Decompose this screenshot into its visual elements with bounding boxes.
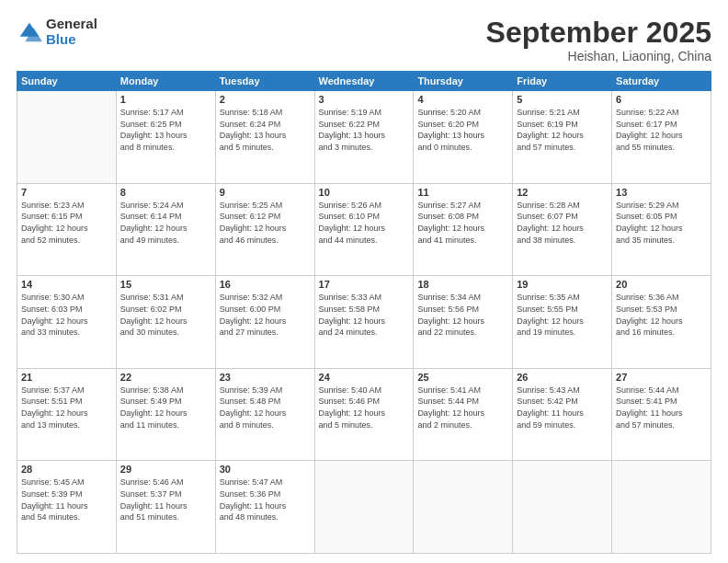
calendar-cell: 24Sunrise: 5:40 AMSunset: 5:46 PMDayligh…: [314, 368, 414, 461]
header: General Blue September 2025 Heishan, Lia…: [17, 17, 711, 63]
cell-date-number: 25: [417, 372, 508, 383]
cell-info-text: Sunrise: 5:17 AMSunset: 6:25 PMDaylight:…: [120, 107, 211, 153]
calendar-week-row: 28Sunrise: 5:45 AMSunset: 5:39 PMDayligh…: [17, 461, 711, 554]
calendar-cell: 7Sunrise: 5:23 AMSunset: 6:15 PMDaylight…: [17, 183, 117, 276]
calendar-cell: 22Sunrise: 5:38 AMSunset: 5:49 PMDayligh…: [116, 368, 215, 461]
calendar-day-header: Thursday: [414, 72, 513, 91]
calendar-cell: 5Sunrise: 5:21 AMSunset: 6:19 PMDaylight…: [513, 91, 612, 184]
cell-date-number: 27: [616, 372, 707, 383]
cell-date-number: 3: [319, 94, 410, 105]
cell-date-number: 29: [120, 464, 211, 475]
cell-info-text: Sunrise: 5:19 AMSunset: 6:22 PMDaylight:…: [319, 107, 410, 153]
cell-info-text: Sunrise: 5:44 AMSunset: 5:41 PMDaylight:…: [616, 385, 707, 431]
cell-info-text: Sunrise: 5:40 AMSunset: 5:46 PMDaylight:…: [319, 385, 410, 431]
cell-date-number: 30: [220, 464, 311, 475]
calendar-cell: 30Sunrise: 5:47 AMSunset: 5:36 PMDayligh…: [215, 461, 314, 554]
calendar-cell: 23Sunrise: 5:39 AMSunset: 5:48 PMDayligh…: [215, 368, 314, 461]
calendar-cell: [612, 461, 711, 554]
cell-date-number: 2: [220, 94, 311, 105]
cell-info-text: Sunrise: 5:25 AMSunset: 6:12 PMDaylight:…: [220, 200, 311, 246]
calendar-day-header: Tuesday: [215, 72, 314, 91]
cell-date-number: 4: [417, 94, 508, 105]
cell-info-text: Sunrise: 5:39 AMSunset: 5:48 PMDaylight:…: [220, 385, 311, 431]
calendar-day-header: Wednesday: [314, 72, 414, 91]
cell-info-text: Sunrise: 5:36 AMSunset: 5:53 PMDaylight:…: [616, 292, 707, 338]
cell-info-text: Sunrise: 5:21 AMSunset: 6:19 PMDaylight:…: [517, 107, 608, 153]
cell-info-text: Sunrise: 5:28 AMSunset: 6:07 PMDaylight:…: [517, 200, 608, 246]
cell-info-text: Sunrise: 5:32 AMSunset: 6:00 PMDaylight:…: [220, 292, 311, 338]
cell-date-number: 1: [120, 94, 211, 105]
cell-info-text: Sunrise: 5:35 AMSunset: 5:55 PMDaylight:…: [517, 292, 608, 338]
calendar-day-header: Monday: [116, 72, 215, 91]
calendar-cell: 25Sunrise: 5:41 AMSunset: 5:44 PMDayligh…: [414, 368, 513, 461]
calendar-cell: 26Sunrise: 5:43 AMSunset: 5:42 PMDayligh…: [513, 368, 612, 461]
cell-date-number: 9: [220, 187, 311, 198]
cell-date-number: 26: [517, 372, 608, 383]
cell-info-text: Sunrise: 5:30 AMSunset: 6:03 PMDaylight:…: [21, 292, 112, 338]
cell-info-text: Sunrise: 5:45 AMSunset: 5:39 PMDaylight:…: [21, 477, 112, 523]
cell-date-number: 10: [319, 187, 410, 198]
logo-icon: [17, 19, 42, 45]
cell-date-number: 28: [21, 464, 112, 475]
cell-date-number: 18: [417, 279, 508, 290]
calendar-cell: 2Sunrise: 5:18 AMSunset: 6:24 PMDaylight…: [215, 91, 314, 184]
calendar-cell: [513, 461, 612, 554]
cell-date-number: 13: [616, 187, 707, 198]
cell-date-number: 15: [120, 279, 211, 290]
calendar-cell: 14Sunrise: 5:30 AMSunset: 6:03 PMDayligh…: [17, 276, 117, 369]
cell-date-number: 21: [21, 372, 112, 383]
month-title: September 2025: [486, 17, 711, 49]
cell-info-text: Sunrise: 5:43 AMSunset: 5:42 PMDaylight:…: [517, 385, 608, 431]
cell-info-text: Sunrise: 5:23 AMSunset: 6:15 PMDaylight:…: [21, 200, 112, 246]
logo-text: General Blue: [46, 17, 97, 47]
cell-info-text: Sunrise: 5:31 AMSunset: 6:02 PMDaylight:…: [120, 292, 211, 338]
calendar-cell: 3Sunrise: 5:19 AMSunset: 6:22 PMDaylight…: [314, 91, 414, 184]
cell-date-number: 12: [517, 187, 608, 198]
calendar-header-row: SundayMondayTuesdayWednesdayThursdayFrid…: [17, 72, 711, 91]
logo: General Blue: [17, 17, 97, 47]
cell-date-number: 24: [319, 372, 410, 383]
calendar-cell: 9Sunrise: 5:25 AMSunset: 6:12 PMDaylight…: [215, 183, 314, 276]
cell-info-text: Sunrise: 5:38 AMSunset: 5:49 PMDaylight:…: [120, 385, 211, 431]
calendar-cell: 8Sunrise: 5:24 AMSunset: 6:14 PMDaylight…: [116, 183, 215, 276]
cell-info-text: Sunrise: 5:34 AMSunset: 5:56 PMDaylight:…: [417, 292, 508, 338]
calendar-cell: 28Sunrise: 5:45 AMSunset: 5:39 PMDayligh…: [17, 461, 117, 554]
cell-date-number: 16: [220, 279, 311, 290]
cell-date-number: 5: [517, 94, 608, 105]
cell-date-number: 14: [21, 279, 112, 290]
calendar-cell: 10Sunrise: 5:26 AMSunset: 6:10 PMDayligh…: [314, 183, 414, 276]
cell-date-number: 17: [319, 279, 410, 290]
calendar-week-row: 7Sunrise: 5:23 AMSunset: 6:15 PMDaylight…: [17, 183, 711, 276]
calendar-cell: [17, 91, 117, 184]
cell-info-text: Sunrise: 5:20 AMSunset: 6:20 PMDaylight:…: [417, 107, 508, 153]
cell-date-number: 22: [120, 372, 211, 383]
calendar-day-header: Sunday: [17, 72, 117, 91]
page: General Blue September 2025 Heishan, Lia…: [0, 0, 728, 563]
calendar-cell: 4Sunrise: 5:20 AMSunset: 6:20 PMDaylight…: [414, 91, 513, 184]
logo-blue: Blue: [46, 32, 97, 48]
cell-info-text: Sunrise: 5:46 AMSunset: 5:37 PMDaylight:…: [120, 477, 211, 523]
calendar-cell: [314, 461, 414, 554]
calendar-cell: 18Sunrise: 5:34 AMSunset: 5:56 PMDayligh…: [414, 276, 513, 369]
cell-date-number: 20: [616, 279, 707, 290]
calendar-week-row: 21Sunrise: 5:37 AMSunset: 5:51 PMDayligh…: [17, 368, 711, 461]
cell-info-text: Sunrise: 5:47 AMSunset: 5:36 PMDaylight:…: [220, 477, 311, 523]
cell-info-text: Sunrise: 5:37 AMSunset: 5:51 PMDaylight:…: [21, 385, 112, 431]
cell-date-number: 23: [220, 372, 311, 383]
calendar-table: SundayMondayTuesdayWednesdayThursdayFrid…: [17, 71, 711, 554]
calendar-cell: 1Sunrise: 5:17 AMSunset: 6:25 PMDaylight…: [116, 91, 215, 184]
calendar-day-header: Saturday: [612, 72, 711, 91]
calendar-week-row: 1Sunrise: 5:17 AMSunset: 6:25 PMDaylight…: [17, 91, 711, 184]
cell-date-number: 8: [120, 187, 211, 198]
cell-info-text: Sunrise: 5:29 AMSunset: 6:05 PMDaylight:…: [616, 200, 707, 246]
calendar-cell: 16Sunrise: 5:32 AMSunset: 6:00 PMDayligh…: [215, 276, 314, 369]
calendar-cell: 21Sunrise: 5:37 AMSunset: 5:51 PMDayligh…: [17, 368, 117, 461]
calendar-cell: 27Sunrise: 5:44 AMSunset: 5:41 PMDayligh…: [612, 368, 711, 461]
calendar-cell: 19Sunrise: 5:35 AMSunset: 5:55 PMDayligh…: [513, 276, 612, 369]
cell-date-number: 19: [517, 279, 608, 290]
cell-info-text: Sunrise: 5:24 AMSunset: 6:14 PMDaylight:…: [120, 200, 211, 246]
cell-info-text: Sunrise: 5:22 AMSunset: 6:17 PMDaylight:…: [616, 107, 707, 153]
calendar-cell: 20Sunrise: 5:36 AMSunset: 5:53 PMDayligh…: [612, 276, 711, 369]
cell-info-text: Sunrise: 5:18 AMSunset: 6:24 PMDaylight:…: [220, 107, 311, 153]
cell-date-number: 11: [417, 187, 508, 198]
